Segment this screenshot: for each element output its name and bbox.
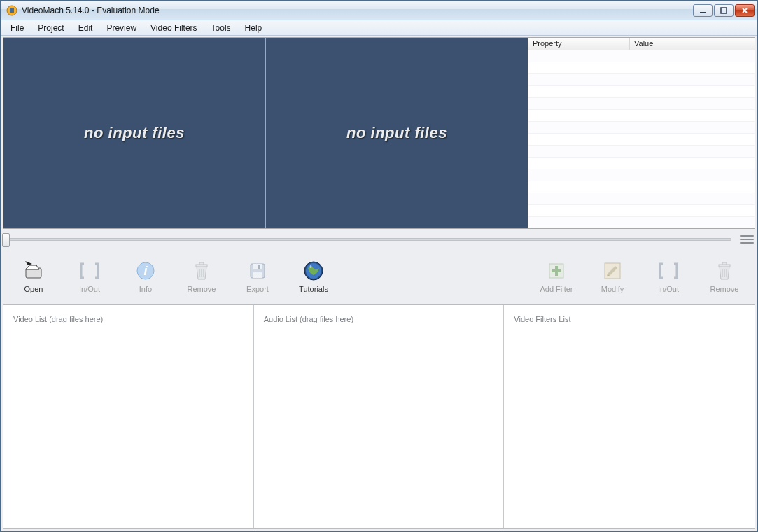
remove-filter-button[interactable]: Remove — [706, 260, 743, 293]
properties-row — [528, 110, 755, 122]
properties-row — [528, 98, 755, 110]
inout-filter-button[interactable]: In/Out — [650, 260, 687, 293]
open-button[interactable]: Open — [15, 260, 52, 293]
preview-left-placeholder: no input files — [84, 124, 185, 142]
inout-button[interactable]: In/Out — [71, 260, 108, 293]
timeline-slider[interactable] — [3, 238, 731, 241]
tutorials-button[interactable]: Tutorials — [295, 260, 332, 293]
menu-help[interactable]: Help — [238, 22, 269, 34]
svg-rect-13 — [253, 264, 262, 270]
timeline-menu-icon[interactable] — [738, 233, 755, 246]
video-list-title: Video List (drag files here) — [13, 315, 244, 323]
save-icon — [246, 260, 269, 282]
svg-point-18 — [310, 265, 312, 268]
properties-col-property[interactable]: Property — [528, 38, 630, 50]
add-filter-button[interactable]: Add Filter — [538, 260, 575, 293]
modify-button[interactable]: Modify — [594, 260, 631, 293]
svg-rect-24 — [722, 262, 727, 265]
info-icon: i — [134, 260, 157, 282]
app-window: VideoMach 5.14.0 - Evaluation Mode File … — [0, 0, 758, 532]
properties-row — [528, 146, 755, 158]
menu-tools[interactable]: Tools — [204, 22, 238, 34]
properties-row — [528, 122, 755, 134]
properties-row — [528, 134, 755, 146]
audio-list-panel[interactable]: Audio List (drag files here) — [254, 305, 505, 528]
properties-panel: Property Value — [528, 38, 755, 228]
menu-preview[interactable]: Preview — [99, 22, 143, 34]
timeline-slider-thumb[interactable] — [2, 233, 10, 247]
toolbar-left-group: Open In/Out i — [3, 260, 344, 293]
toolbar: Open In/Out i — [3, 251, 755, 302]
preview-row: no input files no input files Property V… — [3, 37, 755, 229]
titlebar: VideoMach 5.14.0 - Evaluation Mode — [1, 1, 757, 20]
timeline-slider-row — [3, 230, 755, 248]
lists-row: Video List (drag files here) Audio List … — [3, 304, 755, 529]
properties-header: Property Value — [528, 38, 755, 50]
properties-body[interactable] — [528, 50, 755, 228]
remove-button[interactable]: Remove — [183, 260, 220, 293]
window-controls — [693, 4, 755, 17]
menu-video-filters[interactable]: Video Filters — [143, 22, 204, 34]
open-folder-icon — [22, 260, 45, 282]
open-label: Open — [24, 285, 43, 293]
menu-file[interactable]: File — [3, 22, 31, 34]
video-filters-list-title: Video Filters List — [514, 315, 745, 323]
minimize-button[interactable] — [693, 4, 713, 17]
properties-row — [528, 50, 755, 62]
modify-icon — [601, 260, 624, 282]
video-filters-list-panel[interactable]: Video Filters List — [504, 305, 755, 528]
client-area: no input files no input files Property V… — [1, 36, 757, 531]
remove-filter-label: Remove — [710, 285, 739, 293]
add-filter-label: Add Filter — [540, 285, 573, 293]
svg-rect-8 — [199, 262, 204, 265]
menubar: File Project Edit Preview Video Filters … — [1, 20, 757, 36]
svg-rect-14 — [253, 272, 262, 278]
properties-row — [528, 205, 755, 217]
properties-row — [528, 158, 755, 169]
properties-row — [528, 193, 755, 205]
svg-rect-15 — [258, 265, 260, 269]
properties-row — [528, 217, 755, 228]
info-button[interactable]: i Info — [127, 260, 164, 293]
audio-list-title: Audio List (drag files here) — [264, 315, 494, 323]
svg-rect-21 — [552, 270, 561, 272]
inout-bracket-icon — [78, 260, 101, 282]
toolbar-right-group: Add Filter Modify — [526, 260, 755, 293]
preview-pane-right[interactable]: no input files — [266, 38, 528, 228]
properties-row — [528, 169, 755, 181]
menu-edit[interactable]: Edit — [71, 22, 100, 34]
info-label: Info — [139, 285, 152, 293]
preview-pane-left[interactable]: no input files — [3, 38, 266, 228]
trash-icon — [713, 260, 736, 282]
add-filter-icon — [545, 260, 568, 282]
maximize-button[interactable] — [714, 4, 734, 17]
properties-row — [528, 181, 755, 193]
video-list-panel[interactable]: Video List (drag files here) — [3, 305, 254, 528]
inout-label: In/Out — [79, 285, 100, 293]
preview-right-placeholder: no input files — [346, 124, 447, 142]
svg-rect-2 — [700, 12, 706, 13]
properties-row — [528, 74, 755, 86]
export-button[interactable]: Export — [239, 260, 276, 293]
svg-rect-3 — [721, 8, 727, 13]
inout-bracket-icon — [657, 260, 680, 282]
properties-col-value[interactable]: Value — [630, 38, 755, 50]
window-title: VideoMach 5.14.0 - Evaluation Mode — [22, 6, 160, 15]
trash-icon — [190, 260, 213, 282]
remove-label: Remove — [188, 285, 216, 293]
tutorials-label: Tutorials — [299, 285, 328, 293]
close-button[interactable] — [735, 4, 755, 17]
properties-row — [528, 86, 755, 98]
app-icon — [6, 5, 17, 16]
export-label: Export — [246, 285, 269, 293]
properties-row — [528, 62, 755, 74]
menu-project[interactable]: Project — [31, 22, 71, 34]
globe-icon — [302, 260, 325, 282]
inout-filter-label: In/Out — [658, 285, 679, 293]
modify-label: Modify — [601, 285, 624, 293]
svg-rect-1 — [10, 8, 14, 13]
